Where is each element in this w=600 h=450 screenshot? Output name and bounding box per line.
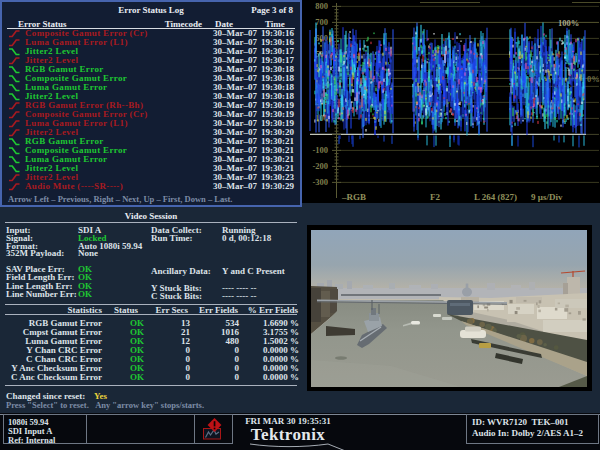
- svg-text:L 264 (827): L 264 (827): [474, 192, 517, 202]
- svg-text:9 µs/Div: 9 µs/Div: [531, 192, 563, 202]
- svg-text:-100: -100: [312, 145, 328, 155]
- svg-text:-200: -200: [312, 161, 328, 171]
- svg-text:800: 800: [315, 1, 328, 11]
- svg-text:0%: 0%: [587, 74, 600, 84]
- svg-text:-300: -300: [312, 177, 328, 187]
- svg-text:700: 700: [315, 17, 328, 27]
- svg-text:100%: 100%: [558, 18, 579, 28]
- svg-text:F2: F2: [430, 192, 440, 202]
- svg-text:–RGB: –RGB: [341, 192, 366, 202]
